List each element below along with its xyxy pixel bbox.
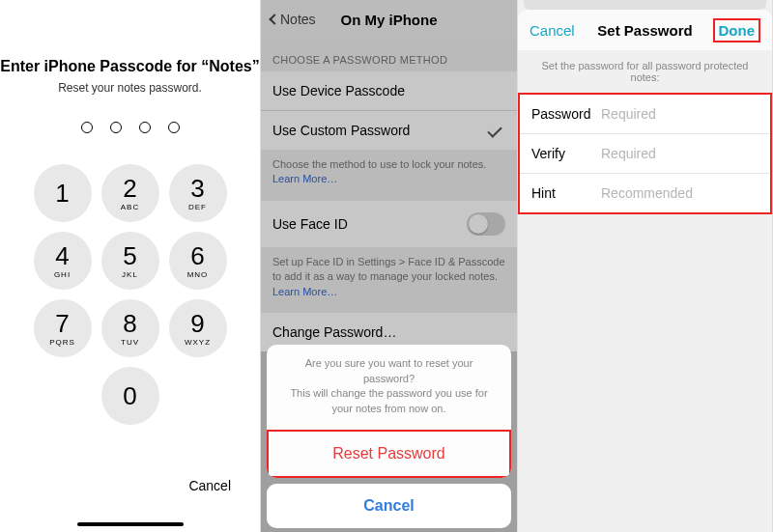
keypad-key-2[interactable]: 2ABC <box>101 164 159 222</box>
passcode-dots <box>81 122 180 133</box>
keypad-letters: WXYZ <box>185 338 211 347</box>
sheet-grabber-area <box>524 0 766 10</box>
password-input[interactable]: Required <box>601 106 759 122</box>
keypad-num: 2 <box>123 176 136 201</box>
keypad-key-1[interactable]: 1 <box>34 164 92 222</box>
action-sheet-card: Are you sure you want to reset your pass… <box>267 345 511 478</box>
keypad-letters: JKL <box>122 270 138 279</box>
home-indicator[interactable] <box>77 522 184 526</box>
passcode-dot <box>110 122 122 133</box>
verify-input[interactable]: Required <box>601 146 759 161</box>
keypad-key-9[interactable]: 9WXYZ <box>169 299 227 357</box>
set-password-panel: Cancel Set Password Done Set the passwor… <box>518 0 773 532</box>
passcode-title: Enter iPhone Passcode for “Notes” <box>0 58 260 75</box>
sheet-cancel-button[interactable]: Cancel <box>267 484 511 528</box>
action-sheet: Are you sure you want to reset your pass… <box>267 345 511 528</box>
keypad: 12ABC3DEF4GHI5JKL6MNO7PQRS8TUV9WXYZ0 <box>34 164 227 425</box>
keypad-key-5[interactable]: 5JKL <box>101 232 159 290</box>
keypad-key-3[interactable]: 3DEF <box>169 164 227 222</box>
passcode-dot <box>139 122 151 133</box>
action-sheet-cancel-card: Cancel <box>267 484 511 528</box>
keypad-num: 1 <box>55 181 69 206</box>
keypad-num: 8 <box>123 311 136 336</box>
hint-input[interactable]: Recommended <box>601 185 759 201</box>
keypad-spacer <box>169 367 227 425</box>
reset-password-button[interactable]: Reset Password <box>267 430 511 478</box>
hint-row[interactable]: Hint Recommended <box>520 173 770 212</box>
password-form: Password Required Verify Required Hint R… <box>518 93 772 214</box>
verify-row[interactable]: Verify Required <box>520 133 770 173</box>
keypad-key-8[interactable]: 8TUV <box>101 299 159 357</box>
keypad-letters: ABC <box>121 203 139 211</box>
keypad-num: 7 <box>55 311 69 336</box>
passcode-panel: Enter iPhone Passcode for “Notes” Reset … <box>0 0 261 532</box>
action-sheet-message: Are you sure you want to reset your pass… <box>267 345 511 430</box>
keypad-num: 0 <box>123 383 136 408</box>
done-button[interactable]: Done <box>713 18 761 42</box>
cancel-button[interactable]: Cancel <box>530 22 575 39</box>
keypad-letters: TUV <box>121 338 139 347</box>
keypad-num: 9 <box>190 311 204 336</box>
set-password-subtitle: Set the password for all password protec… <box>518 50 772 93</box>
passcode-dot <box>81 122 93 133</box>
settings-panel: Notes On My iPhone CHOOSE A PASSWORD MET… <box>261 0 518 532</box>
passcode-dot <box>168 122 180 133</box>
keypad-num: 4 <box>55 243 69 268</box>
keypad-num: 3 <box>190 176 204 201</box>
keypad-key-6[interactable]: 6MNO <box>169 232 227 290</box>
password-label: Password <box>531 106 601 122</box>
keypad-num: 6 <box>190 243 204 268</box>
verify-label: Verify <box>531 146 601 161</box>
keypad-key-4[interactable]: 4GHI <box>34 232 92 290</box>
hint-label: Hint <box>531 185 601 201</box>
keypad-letters: GHI <box>54 270 71 279</box>
keypad-num: 5 <box>123 243 136 268</box>
passcode-subtitle: Reset your notes password. <box>58 81 202 95</box>
set-password-nav: Cancel Set Password Done <box>518 10 772 50</box>
keypad-letters: DEF <box>188 203 207 211</box>
keypad-key-0[interactable]: 0 <box>101 367 159 425</box>
set-password-sheet: Cancel Set Password Done Set the passwor… <box>518 10 772 532</box>
keypad-spacer <box>34 367 92 425</box>
password-row[interactable]: Password Required <box>520 95 770 133</box>
keypad-letters: MNO <box>187 270 209 279</box>
keypad-key-7[interactable]: 7PQRS <box>34 299 92 357</box>
passcode-cancel-button[interactable]: Cancel <box>188 478 231 493</box>
keypad-letters: PQRS <box>49 338 75 347</box>
